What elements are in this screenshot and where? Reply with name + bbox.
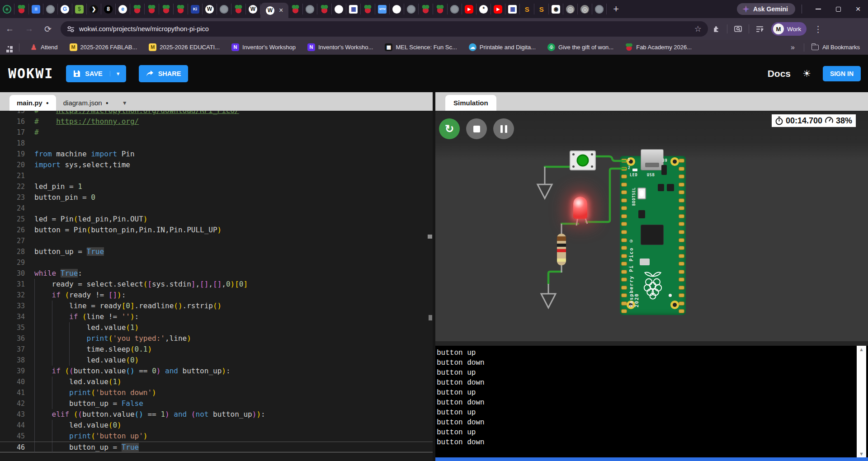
code-line-26[interactable]: 26button = Pin(button_pin,Pin.IN,Pin.PUL… [0, 225, 433, 235]
browser-tab[interactable] [231, 4, 246, 14]
pico-pin-right-2[interactable] [679, 167, 684, 171]
pico-pin-left-14[interactable] [621, 262, 627, 266]
pico-pin-right-4[interactable] [679, 183, 684, 187]
save-dropdown-caret[interactable]: ▼ [110, 71, 126, 76]
pico-pin-left-4[interactable] [621, 183, 627, 187]
browser-tab[interactable]: ❯ [87, 4, 101, 14]
tab-main-py[interactable]: main.py ● [9, 95, 56, 111]
browser-tab[interactable]: ◎ [563, 4, 578, 14]
browser-tab[interactable] [317, 4, 332, 14]
browser-tab[interactable] [43, 4, 58, 14]
bookmark-star-icon[interactable]: ☆ [694, 24, 702, 34]
docs-link[interactable]: Docs [768, 68, 791, 79]
code-line-43[interactable]: 43elif ((button.value() == 1) and (not b… [0, 409, 433, 420]
bookmark-item[interactable]: NInventor's Workshop [231, 43, 296, 51]
code-line-18[interactable]: 18 [0, 138, 433, 149]
code-line-20[interactable]: 20import sys,select,time [0, 160, 433, 170]
pico-pin-left-18[interactable] [621, 293, 627, 297]
pico-pin-right-19[interactable] [679, 301, 684, 306]
pico-pin-left-5[interactable] [621, 190, 627, 194]
raspberry-pi-pico-board[interactable]: 1 2 39 LED USB BOOTSEL Raspberry Pi Pico [620, 156, 686, 315]
push-button-component[interactable] [570, 151, 596, 170]
pico-pin-right-18[interactable] [679, 293, 684, 297]
active-browser-tab[interactable]: W × [260, 3, 288, 18]
code-line-44[interactable]: 44led.value(0) [0, 420, 433, 431]
pico-pin-right-17[interactable] [679, 286, 684, 290]
share-button[interactable]: SHARE [139, 65, 189, 82]
profile-button[interactable]: M Work [771, 22, 807, 36]
tab-simulation[interactable]: Simulation [445, 95, 496, 111]
pico-pin-right-7[interactable] [679, 206, 684, 210]
pause-simulation-button[interactable] [493, 118, 514, 139]
bookmark-item[interactable]: ♧Give the gift of won... [547, 43, 613, 51]
tab-list-caret-icon[interactable]: ▼ [122, 100, 127, 111]
tab-diagram-json[interactable]: diagram.json ● [56, 95, 116, 111]
browser-tab[interactable]: S [534, 4, 549, 14]
pico-pin-left-17[interactable] [621, 286, 627, 290]
browser-tab[interactable]: ◉ [549, 4, 563, 14]
code-line-31[interactable]: 31ready = select.select([sys.stdin],[],[… [0, 279, 433, 290]
code-line-21[interactable]: 21 [0, 170, 433, 181]
bookmark-item[interactable]: ☁Printable and Digita... [469, 43, 536, 51]
pico-pin-left-1[interactable] [621, 159, 627, 163]
browser-tab[interactable] [14, 4, 29, 14]
tab-close-icon[interactable]: × [279, 7, 283, 14]
browser-tab[interactable]: e [116, 4, 130, 14]
browser-tab[interactable] [130, 4, 145, 14]
pico-pin-right-8[interactable] [679, 214, 684, 218]
serial-console[interactable]: button upbutton downbutton upbutton down… [435, 346, 868, 457]
pico-pin-left-6[interactable] [621, 198, 627, 202]
browser-tab[interactable] [303, 4, 317, 14]
theme-sun-icon[interactable]: ☀ [802, 68, 811, 79]
bookmark-item[interactable]: M2025-2026 FABLAB... [70, 43, 137, 51]
browser-tab[interactable]: ▦ [505, 4, 520, 14]
minimize-button[interactable] [808, 0, 828, 18]
code-line-24[interactable]: 24 [0, 203, 433, 214]
pico-pin-left-12[interactable] [621, 246, 627, 250]
browser-tab[interactable] [448, 4, 462, 14]
bookmark-item[interactable]: Fab Academy 2026... [625, 43, 692, 51]
browser-tab[interactable]: ▶ [462, 4, 476, 14]
pico-pin-left-11[interactable] [621, 238, 627, 242]
code-line-41[interactable]: 41print('button down') [0, 387, 433, 398]
code-line-27[interactable]: 27 [0, 235, 433, 246]
sign-in-button[interactable]: SIGN IN [823, 66, 861, 81]
browser-tab[interactable] [332, 4, 346, 14]
browser-tab[interactable]: ♠ [0, 4, 14, 14]
search-tabs-icon[interactable] [734, 25, 742, 33]
pico-pin-right-10[interactable] [679, 230, 684, 234]
url-text[interactable]: wokwi.com/projects/new/micropython-pi-pi… [79, 25, 694, 33]
code-line-30[interactable]: 30while True: [0, 268, 433, 279]
browser-tab[interactable] [288, 4, 303, 14]
bookmark-item[interactable]: NInventor's Worksho... [307, 43, 373, 51]
bootsel-button[interactable] [637, 188, 646, 199]
resistor-component[interactable] [557, 234, 566, 265]
pico-pin-left-7[interactable] [621, 206, 627, 210]
pico-pin-right-12[interactable] [679, 246, 684, 250]
code-line-36[interactable]: 36print('you typed:',line) [0, 333, 433, 344]
code-line-22[interactable]: 22led_pin = 1 [0, 181, 433, 192]
pico-pin-right-15[interactable] [679, 270, 684, 274]
simulation-canvas[interactable]: ↻ 00:14.700 38% [435, 111, 868, 341]
pico-pin-left-15[interactable] [621, 270, 627, 274]
code-line-28[interactable]: 28button_up = True [0, 246, 433, 257]
code-line-39[interactable]: 39if ((button.value() == 0) and button_u… [0, 366, 433, 376]
browser-tab[interactable]: ▶ [491, 4, 505, 14]
browser-tab[interactable] [361, 4, 375, 14]
browser-tab[interactable]: $ [72, 4, 87, 14]
code-line-25[interactable]: 25led = Pin(led_pin,Pin.OUT) [0, 214, 433, 225]
browser-tab[interactable] [419, 4, 433, 14]
browser-tab[interactable]: Ki [188, 4, 203, 14]
bookmarks-overflow-icon[interactable]: » [786, 43, 799, 52]
media-controls-icon[interactable] [755, 25, 764, 33]
pico-pin-left-16[interactable] [621, 278, 627, 282]
stop-simulation-button[interactable] [466, 118, 487, 139]
console-splitter[interactable] [435, 341, 868, 346]
site-info-icon[interactable] [67, 25, 75, 33]
save-button[interactable]: SAVE ▼ [66, 65, 126, 82]
browser-tab[interactable] [145, 4, 159, 14]
browser-menu-icon[interactable]: ⋮ [814, 24, 822, 34]
new-tab-button[interactable]: + [607, 3, 625, 15]
code-line-42[interactable]: 42button_up = False [0, 398, 433, 409]
address-bar[interactable]: wokwi.com/projects/new/micropython-pi-pi… [61, 21, 708, 37]
